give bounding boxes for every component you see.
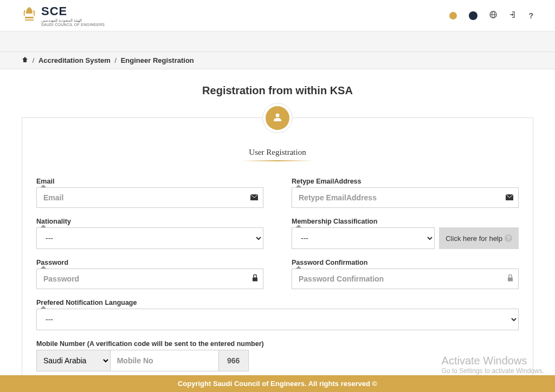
- svg-rect-0: [25, 17, 34, 18]
- divider: [242, 160, 313, 161]
- nationality-select[interactable]: ---: [36, 227, 263, 249]
- envelope-icon: [506, 193, 513, 202]
- registration-card: User Registration Email Retype EmailAddr…: [22, 117, 533, 392]
- sub-navbar: [0, 31, 555, 52]
- logo-sub-ar: الهيئة السعودية للمهندسين: [41, 18, 105, 23]
- mobile-number-field[interactable]: [111, 350, 219, 371]
- user-icon: [273, 112, 282, 125]
- mobile-country-select[interactable]: Saudi Arabia: [36, 350, 111, 371]
- logo-sub-en: SAUDI COUNCIL OF ENGINEERS: [41, 23, 105, 27]
- lock-icon: [507, 275, 513, 284]
- svg-rect-1: [25, 19, 34, 21]
- password-conf-field[interactable]: [292, 269, 519, 289]
- notif-lang-select[interactable]: ---: [36, 309, 519, 330]
- breadcrumb: / Accreditation System / Engineer Regist…: [0, 52, 555, 69]
- theme-dark-icon[interactable]: [469, 11, 477, 20]
- breadcrumb-item-2[interactable]: Engineer Registration: [121, 56, 194, 64]
- retype-email-field[interactable]: [292, 187, 519, 208]
- svg-rect-8: [253, 278, 257, 282]
- home-icon[interactable]: [22, 56, 30, 64]
- nationality-label: Nationality: [36, 218, 263, 225]
- breadcrumb-item-1[interactable]: Accreditation System: [38, 56, 111, 64]
- header: SCE الهيئة السعودية للمهندسين SAUDI COUN…: [0, 0, 555, 31]
- email-label: Email: [36, 178, 263, 185]
- footer: Copyright Saudi Council of Engineers. Al…: [0, 375, 555, 392]
- membership-help-button[interactable]: Click here for help ?: [439, 227, 519, 249]
- password-field[interactable]: [36, 269, 263, 289]
- password-label: Password: [36, 259, 263, 266]
- envelope-icon: [250, 193, 258, 202]
- lock-icon: [252, 275, 258, 284]
- logo[interactable]: SCE الهيئة السعودية للمهندسين SAUDI COUN…: [22, 4, 105, 27]
- mobile-country-code: 966: [219, 350, 249, 371]
- section-title: User Registration: [36, 148, 519, 157]
- login-icon[interactable]: [509, 11, 517, 20]
- logo-text: SCE: [41, 4, 105, 18]
- question-icon: ?: [505, 234, 512, 242]
- palm-emblem-icon: [22, 5, 37, 26]
- theme-light-icon[interactable]: [449, 12, 457, 19]
- svg-rect-9: [508, 278, 513, 282]
- email-field[interactable]: [36, 187, 263, 208]
- membership-label: Membership Classification: [292, 218, 519, 225]
- retype-email-label: Retype EmailAddress: [292, 178, 519, 185]
- user-badge: [262, 103, 293, 133]
- membership-select[interactable]: ---: [292, 227, 435, 249]
- language-icon[interactable]: [489, 11, 497, 20]
- notif-lang-label: Prefered Notification Language: [36, 299, 519, 306]
- header-actions: ?: [449, 11, 533, 20]
- password-conf-label: Password Confirmation: [292, 259, 519, 266]
- help-icon[interactable]: ?: [528, 11, 533, 20]
- svg-point-5: [276, 113, 280, 117]
- mobile-label: Mobile Number (A verification code will …: [36, 340, 519, 348]
